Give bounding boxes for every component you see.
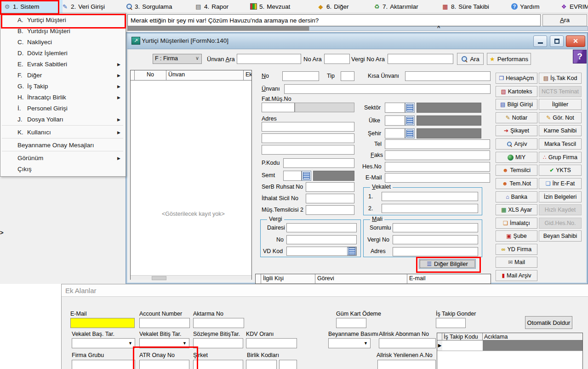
diger-bilgiler-button[interactable]: ☰ Diğer Bilgiler <box>419 259 476 269</box>
menu-item-cikis[interactable]: Çıkış <box>1 164 124 175</box>
menu-item-evrak-sabitleri[interactable]: E.Evrak Sabitleri▶ <box>1 59 124 70</box>
unvan-ara-input[interactable] <box>237 54 301 64</box>
menu-item-diger-sub[interactable]: F.Diğer▶ <box>1 70 124 81</box>
menu-item-evrim[interactable]: ❖ EVRIM <box>558 0 588 13</box>
vergi-dairesi-input[interactable] <box>286 223 357 232</box>
miy-button[interactable]: MIY <box>496 152 537 163</box>
sektor-input[interactable] <box>385 103 405 113</box>
ek-birlik-kodlari-input-2[interactable] <box>279 360 297 369</box>
menu-item-kullanici[interactable]: K.Kullanıcı▶ <box>1 127 124 138</box>
semt-input[interactable] <box>283 171 302 181</box>
adres-input-1[interactable] <box>262 122 354 132</box>
ara-button[interactable]: Ara <box>457 53 484 65</box>
menu-item-yurtici-musteri[interactable]: A.Yurtiçi Müşteri <box>1 15 124 26</box>
performans-button[interactable]: ★ Performans <box>487 53 531 65</box>
hes-no-input[interactable] <box>385 162 490 172</box>
sehir-input[interactable] <box>385 128 405 138</box>
is-takip-cell-aciklama[interactable] <box>483 340 582 351</box>
ek-aktarma-no-input[interactable] <box>193 318 244 328</box>
mail-arsiv-button[interactable]: ▮Mail Arşiv <box>496 270 537 281</box>
customer-list[interactable] <box>130 70 252 280</box>
is-takip-header-aciklama[interactable]: Acıklama <box>483 333 582 340</box>
menu-item-beyanname-onay-mesajlari[interactable]: Beyanname Onay Mesajları <box>1 140 124 151</box>
tel-input[interactable] <box>385 139 490 149</box>
mali-adres-input[interactable] <box>393 247 478 256</box>
collapse-up-icon[interactable]: ^ <box>437 25 440 30</box>
ek-allrisk-yenilenen-input[interactable] <box>377 360 436 369</box>
list-hscrollbar[interactable] <box>131 275 251 280</box>
ykts-button[interactable]: ✔YKTS <box>539 165 582 176</box>
menu-item-aktarimlar[interactable]: ♻ 7.Aktarımlar <box>371 0 421 13</box>
serb-ruhsat-no-input[interactable] <box>306 182 354 192</box>
ek-account-number-input[interactable] <box>139 318 190 328</box>
minimize-button[interactable] <box>533 35 547 47</box>
ithalat-sicil-no-input[interactable] <box>306 194 354 203</box>
mali-vergi-no-input[interactable] <box>393 235 478 244</box>
ek-sirket-input[interactable] <box>193 360 243 369</box>
menu-item-ihracatci-birlik[interactable]: H.İhracatçı Birlik▶ <box>1 92 124 103</box>
xls-ayar-button[interactable]: ▦XLS Ayar <box>496 204 537 215</box>
vekalet-2-input[interactable] <box>382 204 478 213</box>
ihr-e-fat-button[interactable]: ❏İhr E-Fat <box>539 178 582 189</box>
search-ara-button[interactable]: Ara <box>542 14 587 26</box>
close-button[interactable]: ✕ <box>566 35 585 47</box>
beyan-sahibi-button[interactable]: Beyan Sahibi <box>539 231 582 242</box>
list-header-unvan[interactable]: Ünvan <box>166 70 244 81</box>
arsiv-button[interactable]: Arşiv <box>496 138 537 150</box>
ek-atr-onay-no-input[interactable] <box>139 360 189 369</box>
solution-pool-search-input[interactable] <box>127 14 541 26</box>
mali-sorumlu-input[interactable] <box>393 223 478 232</box>
menu-item-dosya-yollari[interactable]: J.Dosya Yolları▶ <box>1 114 124 125</box>
hesap-acm-button[interactable]: ❒HesapAçm <box>496 73 537 84</box>
unvani-input[interactable] <box>284 84 491 94</box>
contacts-header-ilgili-kisi[interactable]: İlgili Kişi <box>261 274 315 284</box>
vergi-no-input[interactable] <box>286 235 357 244</box>
menu-item-veri-girisi[interactable]: ✎ 2.Veri Girişi <box>59 0 108 13</box>
vekalet-1-input[interactable] <box>382 192 478 201</box>
ek-kdv-orani-input[interactable] <box>246 338 297 348</box>
menu-item-personel-girisi[interactable]: İ.Personel Girişi <box>1 103 124 114</box>
fat-mus-no-input[interactable] <box>262 103 295 112</box>
banka-button[interactable]: ⌂Banka <box>496 191 537 202</box>
vergi-no-ara-input[interactable] <box>388 54 453 64</box>
sube-button[interactable]: ▣Şube <box>496 231 537 242</box>
is-takip-cell-kodu[interactable] <box>442 340 483 351</box>
no-ara-input[interactable] <box>324 54 350 64</box>
ek-alanlar-titlebar[interactable]: Ek Alanlar <box>62 284 588 297</box>
grup-firma-button[interactable]: ∴Grup Firma <box>539 152 582 163</box>
notlar-button[interactable]: ✎Notlar <box>496 112 537 123</box>
adres-input-3[interactable] <box>262 145 354 155</box>
menu-item-is-takip[interactable]: G.İş Takip▶ <box>1 81 124 92</box>
contacts-header-email[interactable]: E-mail <box>407 274 491 284</box>
ek-beyanname-basimi-combobox[interactable]: ▼ <box>328 338 371 348</box>
karne-sahibi-button[interactable]: Karne Sahibi <box>539 125 582 136</box>
sektor-lookup-button[interactable] <box>405 103 415 113</box>
menu-item-gorunum[interactable]: Görünüm▶ <box>1 153 124 164</box>
p-kodu-input[interactable] <box>283 158 354 168</box>
is-takip-header-kodu[interactable]: İş Takip Kodu <box>442 333 483 340</box>
kartoteks-button[interactable]: ▧Kartoteks <box>496 86 537 97</box>
is-tak-kod-button[interactable]: ▤İş.Tak Kod <box>539 73 582 84</box>
menu-item-rapor[interactable]: ▤ 4.Rapor <box>192 0 231 13</box>
ek-email-input[interactable] <box>70 318 135 328</box>
temsilci-button[interactable]: ☻Temsilci <box>496 165 537 176</box>
top-scrollbar-thumb[interactable] <box>309 26 588 31</box>
ek-vekalet-bitis-tar-combobox[interactable]: ▼ <box>139 338 189 348</box>
search-type-combobox[interactable]: F : Firma ∨ <box>153 54 202 64</box>
ek-is-takip-gonder-input[interactable] <box>436 318 466 328</box>
menu-item-yurtdisi-musteri[interactable]: B.Yurtdışı Müşteri <box>1 26 124 37</box>
bilgi-girisi-button[interactable]: ▤Bilgi Girişi <box>496 99 537 110</box>
adres-input-2[interactable] <box>262 133 354 143</box>
kisa-unvani-input[interactable] <box>405 71 491 81</box>
gor-not-button[interactable]: ✎Gör. Not <box>539 112 582 123</box>
menu-item-doviz-islemleri[interactable]: D.Döviz İşlemleri <box>1 48 124 59</box>
menu-item-sorgulama[interactable]: 3.Sorgulama <box>123 0 175 13</box>
ulke-lookup-button[interactable] <box>405 115 415 126</box>
vd-kod-input[interactable] <box>286 247 357 256</box>
contacts-header-gorevi[interactable]: Görevi <box>315 274 407 284</box>
imalatci-button[interactable]: ❏İmalatçı <box>496 218 537 229</box>
maximize-button[interactable] <box>550 35 564 47</box>
otomatik-doldur-button[interactable]: Otomatik Doldur <box>525 316 572 329</box>
menu-item-sistem[interactable]: ⚙ 1.Sistem <box>1 0 63 13</box>
sehir-lookup-button[interactable] <box>405 128 415 138</box>
